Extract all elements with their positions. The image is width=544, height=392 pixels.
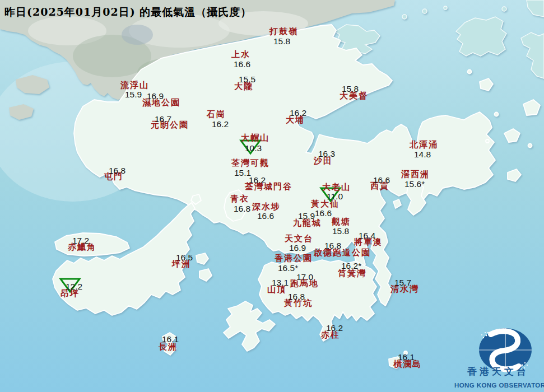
station-value: 16.3 (318, 150, 335, 158)
station-value: 16.2 (212, 120, 229, 129)
station-value: 15.5 (239, 75, 255, 84)
station-name: 大老山 (322, 183, 351, 192)
station-value: 13.1 (272, 278, 289, 287)
hko-logo-name-english: HONG KONG OBSERVATORY (454, 382, 543, 389)
station-name: 天文台 (285, 235, 313, 244)
station-value: 16.2 (290, 109, 306, 118)
station-value: 16.4 (359, 231, 375, 240)
station-value: 16.6 (234, 60, 250, 69)
station-value: 16.9 (289, 244, 306, 253)
station-name: 青衣 (230, 195, 249, 204)
station-name: 深水埗 (252, 203, 281, 212)
station-value: 15.7 (394, 278, 411, 287)
station-value: 15.8 (332, 227, 349, 236)
station-value: 16.8 (234, 204, 250, 213)
station-value: 14.8 (414, 150, 431, 159)
station-value: 12.2 (66, 282, 82, 291)
station-name: 打鼓嶺 (269, 27, 298, 36)
station-name: 觀塘 (332, 218, 351, 227)
station-value: 15.6* (404, 180, 425, 189)
station-name: 黃大仙 (311, 200, 340, 209)
station-value: 16.9 (147, 92, 164, 101)
station-name: 荃灣可觀 (231, 159, 269, 168)
station-value: 15.9 (125, 90, 142, 99)
station-value: 16.5 (176, 253, 193, 262)
station-value: 16.8 (288, 292, 305, 301)
station-name: 流浮山 (120, 81, 149, 90)
station-value: 16.2 (326, 324, 343, 333)
station-value: 16.6 (257, 212, 274, 221)
station-value: 16.1 (162, 335, 179, 344)
hko-min-temperature-map: 打鼓嶺15.8上水16.6大隴15.5大美督15.8流浮山15.9濕地公園16.… (0, 0, 544, 392)
station-value: 17.0 (296, 273, 313, 282)
station-value: 15.9 (298, 212, 315, 221)
station-value: 15.8 (273, 37, 290, 46)
station-value: 17.2 (72, 236, 89, 245)
station-name: 香港公園 (275, 254, 313, 263)
station-value: 16.2 (249, 176, 266, 185)
station-value: 16.5* (278, 264, 298, 273)
station-value: 16.7 (155, 115, 171, 124)
station-name: 筲箕灣 (338, 269, 366, 278)
station-value: 16.8 (324, 241, 341, 250)
station-value: 16.6 (315, 209, 332, 218)
station-name: 啟德跑道公園 (314, 249, 371, 258)
hko-logo: 香港天文台 HONG KONG OBSERVATORY (454, 320, 544, 392)
station-value: 16.6 (373, 176, 390, 185)
hko-logo-name-chinese: 香港天文台 (454, 365, 542, 378)
station-value: 16.8 (109, 166, 125, 175)
station-value: 16.2* (341, 262, 361, 270)
station-name: 北潭涌 (410, 141, 438, 150)
station-value: 15.8 (342, 85, 359, 94)
station-name: 上水 (231, 50, 250, 59)
station-value: 16.1 (398, 353, 415, 362)
station-value: 10.3 (245, 144, 262, 153)
station-name: 石崗 (207, 110, 226, 119)
station-name: 大帽山 (241, 134, 269, 143)
map-title: 昨日(2025年01月02日) 的最低氣溫（攝氏度） (4, 5, 252, 20)
station-name: 滘西洲 (401, 170, 430, 179)
station-name: 長洲 (159, 343, 178, 352)
